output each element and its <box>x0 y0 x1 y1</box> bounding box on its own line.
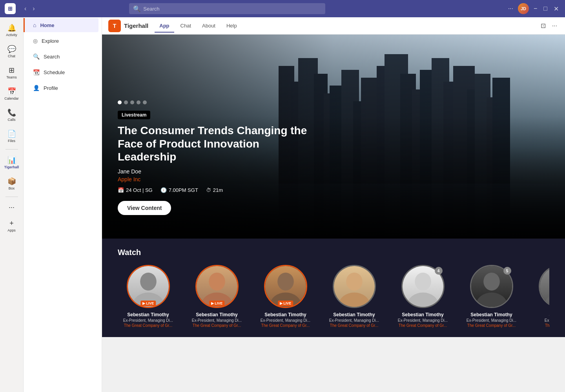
sidebar-item-box[interactable]: 📦 Box <box>2 174 22 193</box>
sidebar-item-search[interactable]: 🔍 Search <box>27 49 98 64</box>
logo-text: T <box>113 23 117 29</box>
watch-card-3-company: The Great Company of Gr... <box>255 323 316 328</box>
sidebar-item-label: Activity <box>6 33 17 37</box>
sidebar-item-teams[interactable]: ⊞ Teams <box>2 63 22 82</box>
hero-dot-4[interactable] <box>137 100 140 104</box>
watch-card-1-name: Sebestian Timothy <box>118 312 179 317</box>
view-content-button[interactable]: View Content <box>118 201 171 215</box>
watch-card-2-company: The Great Company of Gr... <box>186 323 247 328</box>
watch-card-7[interactable]: Sebestian Ex-President, M... The Great C… <box>530 265 549 328</box>
popout-button[interactable]: ⊡ <box>539 20 547 31</box>
tab-help[interactable]: Help <box>222 20 242 33</box>
sidebar-item-label: Tigerhall <box>4 165 19 169</box>
activity-icon: 🔔 <box>7 24 16 32</box>
watch-card-6-name: Sebestian Timothy <box>461 312 522 317</box>
hero-time-text: 7.00PM SGT <box>169 187 198 193</box>
tab-chat[interactable]: Chat <box>176 20 196 33</box>
app-name: Tigerhall <box>124 22 148 29</box>
svg-point-31 <box>346 273 363 291</box>
watch-avatar-7 <box>539 265 550 308</box>
watch-card-4[interactable]: Sebestian Timothy Ex-President, Managing… <box>324 265 385 328</box>
svg-point-38 <box>545 293 549 307</box>
watch-card-3-role: Ex-President, Managing Di... <box>255 318 316 323</box>
calls-icon: 📞 <box>7 108 16 117</box>
svg-point-32 <box>339 293 370 307</box>
forward-button[interactable]: › <box>30 4 37 14</box>
calendar-icon: 📅 <box>7 87 16 96</box>
watch-card-6[interactable]: 5 Sebestian Timothy Ex-President, Managi… <box>461 265 522 328</box>
watch-card-3[interactable]: ▶ LIVE Sebestian Timothy Ex-President, M… <box>255 265 316 328</box>
watch-avatar-4 <box>333 265 376 308</box>
watch-card-1[interactable]: ▶ LIVE Sebestian Timothy Ex-President, M… <box>118 265 179 328</box>
window-controls: ··· JD − □ ✕ <box>507 3 560 14</box>
hero-dot-1[interactable] <box>118 100 122 104</box>
watch-card-2-name: Sebestian Timothy <box>186 312 247 317</box>
topnav-actions: ⊡ ··· <box>539 20 559 31</box>
watch-card-2-role: Ex-President, Managing Di... <box>186 318 247 323</box>
main-content: T Tigerhall App Chat About Help ⊡ ··· <box>102 17 565 392</box>
duration-icon: ⏱ <box>206 187 211 193</box>
content-scroll: Livestream The Consumer Trends Changing … <box>102 35 565 392</box>
calendar-icon: 📅 <box>118 187 124 193</box>
files-icon: 📄 <box>7 129 16 138</box>
hero-meta: 📅 24 Oct | SG 🕖 7.00PM SGT ⏱ 21m <box>118 187 549 193</box>
minimize-button[interactable]: − <box>532 4 539 14</box>
title-bar: ⊞ ‹ › 🔍 ··· JD − □ ✕ <box>0 0 565 17</box>
sidebar-item-schedule[interactable]: 📆 Schedule <box>27 65 98 79</box>
hero-duration: ⏱ 21m <box>206 187 223 193</box>
avatar-image-7 <box>540 266 550 307</box>
search-bar[interactable]: 🔍 <box>129 3 325 14</box>
back-button[interactable]: ‹ <box>22 4 29 14</box>
sidebar-item-activity[interactable]: 🔔 Activity <box>2 20 22 40</box>
close-button[interactable]: ✕ <box>552 4 560 14</box>
more-icon: ··· <box>9 203 15 211</box>
tab-about[interactable]: About <box>197 20 220 33</box>
sidebar-item-calendar[interactable]: 📅 Calendar <box>2 84 22 104</box>
sidebar-item-explore[interactable]: ◎ Explore <box>27 34 98 48</box>
home-icon: ⌂ <box>33 22 36 28</box>
svg-point-25 <box>140 273 157 291</box>
watch-card-7-name: Sebestian <box>530 312 549 317</box>
sidebar-item-chat[interactable]: 💬 Chat <box>2 42 22 61</box>
sidebar-item-calls[interactable]: 📞 Calls <box>2 105 22 125</box>
hero-presenter-company: Apple Inc <box>118 176 549 182</box>
app-logo-area: T Tigerhall <box>108 20 148 32</box>
hero-date: 📅 24 Oct | SG <box>118 187 153 193</box>
logo-letter: ⊞ <box>8 5 13 12</box>
sidebar-item-files[interactable]: 📄 Files <box>2 126 22 146</box>
watch-card-7-company: The Great Com... <box>530 323 549 328</box>
svg-point-34 <box>407 293 438 307</box>
sidebar-item-home[interactable]: ⌂ Home <box>24 18 98 32</box>
search-icon: 🔍 <box>133 5 141 13</box>
stack-count-5: 4 <box>435 267 443 275</box>
hero-dot-5[interactable] <box>143 100 147 104</box>
sidebar-item-more[interactable]: ··· <box>2 200 22 215</box>
avatar[interactable]: JD <box>518 3 529 14</box>
hero-dot-2[interactable] <box>124 100 128 104</box>
watch-card-2[interactable]: ▶ LIVE Sebestian Timothy Ex-President, M… <box>186 265 247 328</box>
tab-app[interactable]: App <box>155 20 174 33</box>
svg-point-36 <box>476 293 507 307</box>
sidebar-item-apps[interactable]: + Apps <box>2 216 22 235</box>
more-options-button[interactable]: ··· <box>507 4 515 14</box>
hero-presenter-name: Jane Doe <box>118 168 549 175</box>
app-body: 🔔 Activity 💬 Chat ⊞ Teams 📅 Calendar 📞 C… <box>0 17 565 392</box>
search-input[interactable] <box>143 6 321 12</box>
sidebar-item-profile[interactable]: 👤 Profile <box>27 81 98 95</box>
watch-card-6-role: Ex-President, Managing Di... <box>461 318 522 323</box>
watch-card-6-company: The Great Company of Gr... <box>461 323 522 328</box>
avatar-image-4 <box>334 266 375 307</box>
teams-icon: ⊞ <box>9 66 15 75</box>
sidebar-separator-2 <box>5 197 18 197</box>
watch-avatar-5: 4 <box>401 265 445 308</box>
watch-avatar-2: ▶ LIVE <box>195 265 239 308</box>
sidebar-item-label: Calls <box>7 118 15 122</box>
hero-date-text: 24 Oct | SG <box>126 187 153 193</box>
hero-dot-3[interactable] <box>130 100 134 104</box>
topnav-more-button[interactable]: ··· <box>550 20 559 31</box>
maximize-button[interactable]: □ <box>542 4 549 14</box>
live-badge-1: ▶ LIVE <box>140 301 156 306</box>
sidebar-item-tigerhall[interactable]: 📊 Tigerhall <box>2 153 22 172</box>
hero-section: Livestream The Consumer Trends Changing … <box>102 35 565 239</box>
watch-card-5[interactable]: 4 Sebestian Timothy Ex-President, Managi… <box>392 265 453 328</box>
